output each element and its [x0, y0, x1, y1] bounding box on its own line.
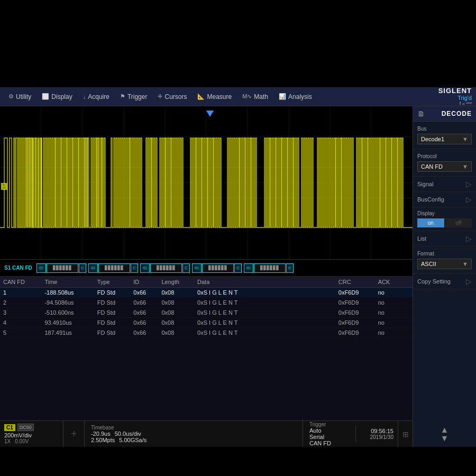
clock-time: 09:56:15	[371, 428, 393, 434]
col-time: Time	[41, 277, 94, 288]
bus-section: Bus Decode1 ▼	[413, 122, 476, 149]
format-value: ASCII	[421, 261, 436, 267]
measure-icon: 📐	[197, 93, 205, 100]
status-bar: C1 DC50 200mV/div 1X 0.00V + Timebase	[0, 420, 413, 447]
trigger-mode: Auto	[309, 427, 349, 434]
waveform-svg	[0, 106, 413, 259]
cell-data-4: 0xS I G L E N T	[194, 328, 335, 338]
cursors-label: Cursors	[164, 93, 187, 100]
cursors-icon: ✛	[158, 93, 162, 100]
decode-bar: S1 CAN FD ID ▊▊▊▊▊▊ C ID ▊▊▊▊▊▊ C	[0, 260, 413, 277]
sample-rate: 5.00GSa/s	[119, 437, 147, 443]
busconfig-arrow: ▷	[466, 195, 472, 204]
trigger-label: Trigger	[127, 93, 148, 100]
protocol-value: CAN FD	[421, 163, 443, 170]
menu-analysis[interactable]: 📊 Analysis	[274, 91, 316, 103]
list-arrow: ▷	[466, 234, 472, 243]
table-row[interactable]: 5 187.491us FD Std 0x66 0x08 0xS I G L E…	[0, 328, 413, 338]
cell-ack-1: no	[375, 298, 402, 308]
table-row[interactable]: 3 -510.600ns FD Std 0x66 0x08 0xS I G L …	[0, 308, 413, 318]
decode-block-id2: ID	[88, 263, 98, 273]
menu-trigger[interactable]: ⚑ Trigger	[116, 91, 152, 103]
sample-pts: 2.50Mpts	[91, 437, 115, 443]
analysis-label: Analysis	[288, 93, 312, 100]
cell-time-0: -188.508us	[41, 288, 94, 298]
menu-display[interactable]: ⬜ Display	[38, 91, 76, 103]
trigger-type: Serial	[309, 434, 349, 440]
decode-header-icon: 🗎	[417, 109, 425, 118]
cell-len-3: 0x08	[158, 318, 194, 328]
cell-crc-3: 0xF6D9	[335, 318, 375, 328]
table-header-row: CAN FD Time Type ID Length Data CRC ACK	[0, 277, 413, 288]
decode-block-data1: ▊▊▊▊▊▊	[47, 263, 78, 273]
protocol-dropdown[interactable]: CAN FD ▼	[417, 161, 472, 172]
data-table: CAN FD Time Type ID Length Data CRC ACK	[0, 277, 413, 338]
waveform-container: 1	[0, 106, 413, 260]
network-icon: ⊞	[398, 421, 413, 447]
format-section: Format ASCII ▼	[413, 246, 476, 274]
cell-crc-2: 0xF6D9	[335, 308, 375, 318]
table-row[interactable]: 4 93.4910us FD Std 0x66 0x08 0xS I G L E…	[0, 318, 413, 328]
cell-len-2: 0x08	[158, 308, 194, 318]
measure-label: Measure	[207, 93, 232, 100]
decode-block-c2: C	[131, 263, 138, 273]
acquire-label: Acquire	[88, 93, 109, 100]
protocol-section: Protocol CAN FD ▼	[413, 149, 476, 177]
scroll-up-button[interactable]: ▲	[441, 426, 449, 434]
timebase-info: Timebase -20.9us 50.0us/div 2.50Mpts 5.0…	[85, 423, 303, 445]
scroll-controls: ▲ ▼	[413, 289, 476, 447]
signal-label: Signal	[417, 181, 434, 187]
decode-block-id4: ID	[192, 263, 202, 273]
timebase-label: Timebase	[91, 425, 296, 431]
menu-measure[interactable]: 📐 Measure	[193, 91, 236, 103]
freq-display: f = ***	[460, 101, 472, 106]
cell-num-0: 1	[0, 288, 41, 298]
format-dropdown[interactable]: ASCII ▼	[417, 259, 472, 269]
ch1-badge: C1	[4, 424, 15, 431]
cell-num-4: 5	[0, 328, 41, 338]
ch1-info: C1 DC50 200mV/div 1X 0.00V	[0, 421, 63, 447]
signal-arrow: ▷	[466, 180, 472, 188]
cell-type-1: FD Std	[94, 298, 131, 308]
table-row[interactable]: 1 -188.508us FD Std 0x66 0x08 0xS I G L …	[0, 288, 413, 298]
menu-utility[interactable]: ⚙ Utility	[4, 91, 35, 103]
trigger-icon: ⚑	[120, 93, 125, 100]
cell-id-0: 0x66	[130, 288, 158, 298]
cell-id-3: 0x66	[130, 318, 158, 328]
decode-packet-1: ID ▊▊▊▊▊▊ C	[36, 263, 86, 273]
display-on-toggle[interactable]: on	[417, 218, 444, 227]
menubar: ⚙ Utility ⬜ Display ↓ Acquire ⚑ Trigger …	[0, 87, 476, 106]
table-row[interactable]: 2 -94.5086us FD Std 0x66 0x08 0xS I G L …	[0, 298, 413, 308]
math-label: Math	[254, 93, 268, 100]
signal-row[interactable]: Signal ▷	[413, 177, 476, 192]
cell-crc-0: 0xF6D9	[335, 288, 375, 298]
cell-id-1: 0x66	[130, 298, 158, 308]
col-type: Type	[94, 277, 131, 288]
cell-time-3: 93.4910us	[41, 318, 94, 328]
copy-setting-arrow: ▷	[466, 277, 472, 286]
format-label: Format	[417, 251, 472, 257]
decode-block-id1: ID	[36, 263, 46, 273]
decode-block-data5: ▊▊▊▊▊▊	[254, 263, 286, 273]
menu-cursors[interactable]: ✛ Cursors	[153, 91, 191, 103]
list-row[interactable]: List ▷	[413, 231, 476, 246]
cell-num-2: 3	[0, 308, 41, 318]
menu-math[interactable]: M∿ Math	[238, 91, 272, 103]
col-id: ID	[130, 277, 158, 288]
scroll-down-button[interactable]: ▼	[441, 434, 449, 443]
decode-packet-5: ID ▊▊▊▊▊▊ C	[244, 263, 294, 273]
cell-crc-1: 0xF6D9	[335, 298, 375, 308]
decode-block-c4: C	[234, 263, 242, 273]
decode-block-data2: ▊▊▊▊▊▊	[98, 263, 130, 273]
cursor-indicator: +	[63, 421, 85, 447]
col-data: Data	[194, 277, 335, 288]
display-off-toggle[interactable]: off	[445, 218, 472, 227]
busconfig-row[interactable]: BusConfig ▷	[413, 192, 476, 207]
menu-acquire[interactable]: ↓ Acquire	[79, 91, 114, 103]
voltage-display: 200mV/div	[4, 432, 59, 438]
copy-setting-row[interactable]: Copy Setting ▷	[413, 274, 476, 289]
display-icon: ⬜	[42, 93, 49, 100]
cell-type-4: FD Std	[94, 328, 131, 338]
bus-dropdown[interactable]: Decode1 ▼	[417, 134, 472, 144]
cell-data-1: 0xS I G L E N T	[194, 298, 335, 308]
